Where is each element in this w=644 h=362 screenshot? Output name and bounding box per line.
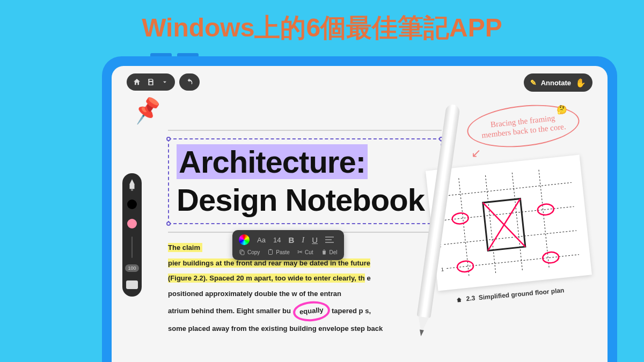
color-picker-icon[interactable] (239, 234, 250, 245)
tablet-frame: ✎ Annotate ✋ 100 📌 (102, 56, 617, 362)
font-size-button[interactable]: 14 (273, 236, 281, 244)
para-text: of the entran (299, 290, 341, 298)
text-format-toolbar: Aa 14 B I U Copy Paste ✂ (232, 230, 344, 260)
para-text: atrium behind them. Eight smaller bu (168, 307, 291, 315)
caption-text: Simplified ground floor plan (479, 286, 565, 301)
paste-button[interactable]: Paste (267, 249, 290, 255)
figure-caption: 2.3 Simplified ground floor plan (456, 286, 565, 304)
tablet-screen: ✎ Annotate ✋ 100 📌 (112, 66, 608, 362)
title-line-2[interactable]: Design Notebook (177, 182, 433, 218)
svg-line-15 (539, 170, 549, 269)
pushpin-icon: 📌 (131, 95, 163, 125)
volume-button-2 (177, 53, 199, 56)
para-text: (Figure 2.2). Spaced 20 m apart, too wid… (168, 274, 365, 283)
para-text: positioned approximately double the w (168, 290, 297, 298)
para-text: s, (365, 307, 371, 315)
color-pink[interactable] (126, 217, 138, 230)
side-toolbar: 100 (122, 173, 142, 297)
cut-label: Cut (305, 249, 313, 255)
annotation-bubble[interactable]: Bracing the framing members back to the … (465, 100, 582, 152)
undo-pill (179, 73, 200, 91)
svg-line-13 (486, 175, 496, 274)
para-text: e (367, 274, 370, 282)
topbar-left (127, 73, 200, 91)
underline-button[interactable]: U (312, 235, 318, 245)
bubble-arrow-icon: ↙ (471, 146, 481, 160)
copy-button[interactable]: Copy (239, 249, 260, 255)
annotate-button[interactable]: ✎ Annotate ✋ (524, 73, 592, 92)
color-black[interactable] (126, 198, 138, 211)
svg-point-25 (457, 260, 474, 272)
house-icon (456, 297, 463, 304)
svg-rect-0 (131, 189, 133, 191)
divider-top (168, 130, 442, 131)
svg-line-14 (512, 173, 522, 271)
font-family-button[interactable]: Aa (257, 236, 266, 244)
svg-text:1: 1 (441, 267, 444, 272)
caption-number: 2.3 (466, 294, 475, 302)
paste-label: Paste (276, 249, 290, 255)
hand-icon[interactable]: ✋ (575, 78, 586, 88)
nav-pill (127, 73, 175, 91)
topbar-right: ✎ Annotate ✋ (524, 73, 592, 92)
annotate-label: Annotate (541, 79, 571, 87)
bold-button[interactable]: B (288, 235, 294, 245)
italic-button[interactable]: I (302, 235, 304, 245)
align-icon[interactable] (325, 236, 334, 243)
delete-label: Del (330, 249, 338, 255)
home-icon[interactable] (132, 77, 142, 87)
svg-line-22 (483, 199, 525, 251)
copy-label: Copy (247, 249, 260, 255)
page-headline: Windows上的6個最佳筆記APP (0, 11, 644, 45)
slider-track[interactable] (131, 237, 133, 258)
bubble-text: Bracing the framing members back to the … (477, 112, 570, 141)
title-selection-box[interactable]: Architecture: Design Notebook (168, 138, 442, 224)
thinking-emoji-icon: 🤔 (557, 105, 567, 115)
para-text: tapered p (332, 307, 363, 315)
undo-icon[interactable] (185, 77, 194, 87)
pen-tool-icon[interactable] (126, 179, 138, 191)
para-text: The claim (168, 243, 202, 252)
opacity-badge: 100 (125, 264, 138, 272)
volume-button-1 (150, 53, 172, 56)
title-line-1[interactable]: Architecture: (177, 144, 368, 179)
save-icon[interactable] (146, 77, 156, 87)
svg-rect-7 (270, 249, 272, 250)
resize-handle-tl[interactable] (166, 137, 171, 141)
resize-handle-bl[interactable] (166, 221, 171, 226)
note-content: Architecture: Design Notebook The claim … (168, 122, 442, 337)
cut-button[interactable]: ✂ Cut (297, 248, 313, 256)
svg-line-10 (444, 231, 577, 245)
svg-line-8 (439, 182, 572, 196)
chevron-down-icon[interactable] (160, 77, 170, 87)
pink-circle-annotation: equally (292, 300, 331, 322)
eraser-icon[interactable] (126, 278, 138, 291)
delete-button[interactable]: Del (321, 249, 338, 255)
pencil-icon: ✎ (530, 78, 537, 87)
para-text: some placed away from the existing build… (168, 324, 383, 333)
svg-rect-5 (241, 251, 244, 255)
svg-point-23 (452, 212, 469, 225)
svg-rect-6 (269, 250, 273, 255)
